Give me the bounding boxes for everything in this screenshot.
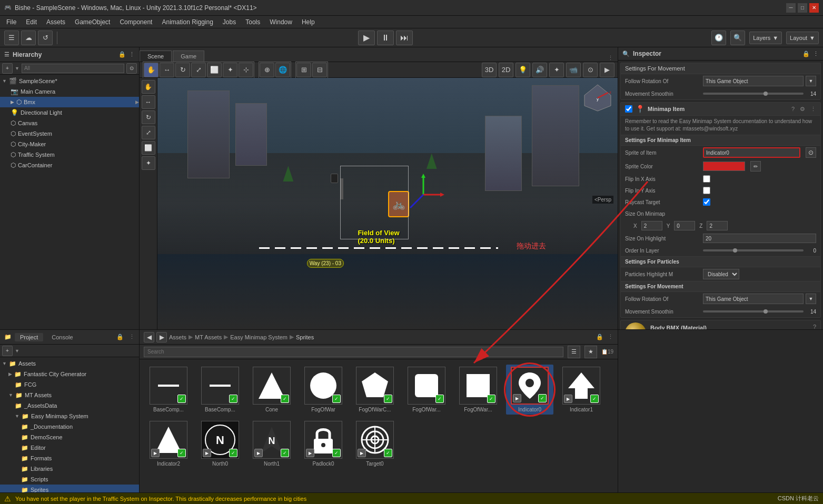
hand-tool[interactable]: ✋ (144, 63, 158, 77)
project-assets[interactable]: ▼ 📁 Assets (0, 358, 139, 369)
tab-game[interactable]: Game (173, 51, 204, 62)
tab-project[interactable]: Project (15, 333, 43, 341)
project-mt-assets[interactable]: ▼ 📁 MT Assets (0, 390, 139, 400)
collab-btn[interactable]: ☁ (21, 31, 36, 45)
hierarchy-filter-btn[interactable]: ⊙ (126, 63, 137, 74)
breadcrumb-ems[interactable]: Easy Minimap System (230, 334, 287, 340)
scene-hand-tool[interactable]: ✋ (142, 80, 155, 94)
menu-gameobject[interactable]: GameObject (71, 17, 114, 27)
project-assetsdata[interactable]: 📁 _AssetsData (0, 400, 139, 411)
breadcrumb-sprites[interactable]: Sprites (296, 334, 314, 340)
snap-btn[interactable]: ⊞ (296, 63, 311, 77)
size-x-field[interactable] (641, 221, 662, 230)
close-btn[interactable]: ✕ (809, 3, 819, 13)
menu-jobs[interactable]: Jobs (219, 17, 240, 27)
menu-assets[interactable]: Assets (42, 17, 70, 27)
flip-y-checkbox[interactable] (703, 187, 710, 194)
scene-move-tool[interactable]: ↔ (142, 95, 155, 109)
project-libraries[interactable]: 📁 Libraries (0, 463, 139, 474)
lights-btn[interactable]: 💡 (515, 63, 530, 77)
sprite-color-picker-btn[interactable]: ✏ (750, 161, 761, 172)
move-tool[interactable]: ↔ (160, 63, 174, 77)
minimap-settings-icon[interactable]: ⚙ (800, 106, 805, 113)
hierarchy-search[interactable] (22, 64, 124, 73)
layers-dropdown[interactable]: Layers ▼ (749, 32, 782, 44)
hierarchy-item-trafficsystem[interactable]: ⬡ Traffic System (0, 149, 139, 160)
settings-btn[interactable]: ↺ (38, 31, 53, 45)
follow-rot-bottom-dropdown[interactable]: ▼ (806, 294, 816, 304)
menu-window[interactable]: Window (265, 17, 296, 27)
assets-back-btn[interactable]: ◀ (144, 332, 154, 342)
smooth-bottom-slider[interactable] (703, 310, 804, 313)
transform-tool[interactable]: ✦ (223, 63, 237, 77)
scene-camera-btn[interactable]: 📹 (566, 63, 581, 77)
search-btn[interactable]: 🔍 (730, 31, 745, 45)
asset-indicator1[interactable]: ✓ ▶ Indicator1 (558, 365, 605, 415)
project-sprites[interactable]: 📁 Sprites (0, 485, 139, 492)
rotate-tool[interactable]: ↻ (175, 63, 190, 77)
project-demoscene[interactable]: 📁 DemoScene (0, 432, 139, 442)
sprite-item-field[interactable]: Indicator0 (703, 147, 800, 158)
history-btn[interactable]: 🕐 (711, 31, 726, 45)
maximize-btn[interactable]: □ (798, 3, 807, 13)
assets-filter-btn[interactable]: ☰ (568, 346, 580, 358)
project-lock-icon[interactable]: 🔒 (116, 334, 124, 340)
hierarchy-item-maincamera[interactable]: 📷 Main Camera (0, 86, 139, 97)
minimap-header[interactable]: 📍 Minimap Item ? ⚙ ⋮ (621, 103, 820, 116)
snap2-btn[interactable]: ⊟ (312, 63, 327, 77)
project-editor[interactable]: 📁 Editor (0, 442, 139, 453)
hierarchy-menu-icon[interactable]: ⋮ (129, 51, 135, 58)
play-button[interactable]: ▶ (358, 31, 375, 45)
menu-help[interactable]: Help (298, 17, 319, 27)
hierarchy-item-bmx[interactable]: ▶ ⬡ Bmx ▶ (0, 97, 139, 107)
assets-forward-btn[interactable]: ▶ (156, 332, 167, 342)
asset-target0[interactable]: ✓ ▶ Target0 (351, 419, 399, 469)
scene-rotate-tool[interactable]: ↻ (142, 110, 155, 124)
hierarchy-item-citymaker[interactable]: ⬡ City-Maker (0, 139, 139, 149)
menu-animation[interactable]: Animation Rigging (157, 17, 217, 27)
asset-indicator0[interactable]: ✓ ▶ Indicator0 (506, 365, 553, 415)
project-formats[interactable]: 📁 Formats (0, 453, 139, 463)
menu-file[interactable]: File (2, 17, 21, 27)
settings-movement-header[interactable]: Settings For Movement (621, 63, 820, 74)
asset-fogofwar[interactable]: ✓ FogOfWar (300, 365, 347, 415)
pivot-btn[interactable]: ⊕ (260, 63, 274, 77)
hierarchy-item-eventsystem[interactable]: ⬡ EventSystem (0, 128, 139, 139)
project-scripts[interactable]: 📁 Scripts (0, 474, 139, 485)
bmx-more-icon[interactable]: ▶ (135, 99, 139, 105)
fx-btn[interactable]: ✦ (549, 63, 564, 77)
follow-rotation-dropdown[interactable]: ▼ (806, 76, 816, 86)
pause-button[interactable]: ⏸ (377, 31, 394, 45)
scene-options-btn[interactable]: ▶ (600, 63, 614, 77)
step-button[interactable]: ⏭ (396, 31, 413, 45)
asset-basecomp1[interactable]: ✓ BaseComp... (145, 365, 192, 415)
sprite-color-swatch[interactable] (703, 162, 745, 171)
global-btn[interactable]: 🌐 (275, 63, 290, 77)
custom-tool[interactable]: ⊹ (239, 63, 253, 77)
minimap-menu-icon[interactable]: ⋮ (810, 106, 816, 113)
asset-north1[interactable]: N ✓ ▶ North1 (248, 419, 295, 469)
asset-north0[interactable]: N ✓ ▶ North0 (196, 419, 244, 469)
size-y-field[interactable] (674, 221, 695, 230)
tab-console[interactable]: Console (46, 333, 78, 341)
breadcrumb-mt[interactable]: MT Assets (195, 334, 222, 340)
audio-btn[interactable]: 🔊 (532, 63, 547, 77)
menu-tools[interactable]: Tools (241, 17, 264, 27)
project-ems[interactable]: ▼ 📁 Easy Minimap System (0, 411, 139, 421)
asset-fogofwar3[interactable]: ✓ FogOfWar... (454, 365, 502, 415)
assets-star-btn[interactable]: ★ (584, 346, 597, 358)
rect-tool[interactable]: ⬜ (207, 63, 222, 77)
scene-viewport[interactable]: 🚲 <Persp Field of View (20.0 Units) 拖动进去… (140, 78, 618, 329)
particles-mode-dropdown[interactable]: Disabled Enabled (703, 269, 739, 279)
size-z-field[interactable] (707, 221, 728, 230)
assets-header-menu[interactable]: ⋮ (608, 334, 613, 340)
project-add-btn[interactable]: + (2, 346, 13, 356)
asset-cone[interactable]: ✓ Cone (248, 365, 295, 415)
inspector-lock-icon[interactable]: 🔒 (802, 51, 810, 57)
breadcrumb-assets[interactable]: Assets (169, 334, 186, 340)
minimize-btn[interactable]: ─ (786, 3, 796, 13)
flip-x-checkbox[interactable] (703, 175, 710, 183)
scale-tool[interactable]: ⤢ (191, 63, 206, 77)
gizmos-btn[interactable]: ⊙ (583, 63, 598, 77)
order-layer-slider[interactable] (703, 249, 804, 251)
